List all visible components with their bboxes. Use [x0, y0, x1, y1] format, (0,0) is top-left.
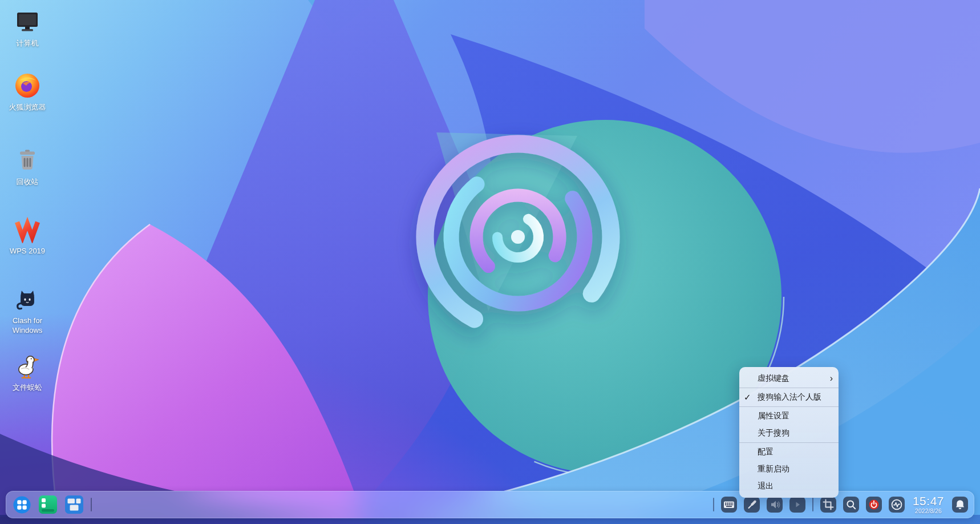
- computer-icon: [14, 7, 41, 37]
- grand-search-button[interactable]: [843, 497, 859, 513]
- clash-cat-icon: [15, 284, 40, 314]
- green-app-icon: [38, 495, 58, 514]
- volume-button[interactable]: [767, 497, 783, 513]
- shutdown-button[interactable]: [866, 497, 882, 513]
- submenu-arrow-icon: ›: [830, 374, 833, 383]
- window-layout-icon: [64, 495, 84, 514]
- menu-separator: [739, 406, 839, 407]
- menu-item-exit[interactable]: 退出: [739, 478, 839, 495]
- tray-expand-button[interactable]: [789, 497, 805, 513]
- search-icon: [843, 497, 859, 513]
- menu-item-label: 属性设置: [758, 411, 833, 421]
- sogou-brush-button[interactable]: [744, 497, 760, 513]
- menu-item-virtual-keyboard[interactable]: 虚拟键盘 ›: [739, 370, 839, 387]
- chevron-right-icon: [789, 497, 805, 513]
- menu-item-properties[interactable]: 属性设置: [739, 408, 839, 425]
- system-monitor-button[interactable]: [889, 497, 905, 513]
- taskbar-app-green-button[interactable]: [38, 495, 58, 514]
- menu-item-label: 关于搜狗: [758, 428, 833, 438]
- menu-item-label: 搜狗输入法个人版: [758, 392, 833, 402]
- pulse-circle-icon: [889, 497, 905, 513]
- desktop-icon-clash[interactable]: Clash for Windows: [1, 284, 54, 335]
- duck-icon: [13, 351, 42, 381]
- desktop-icon-label: 文件蜈蚣: [13, 382, 42, 392]
- keyboard-icon: [721, 497, 737, 513]
- brush-icon: [744, 497, 760, 513]
- desktop-icon-label: 计算机: [17, 38, 39, 48]
- desktop-icon-label: Clash for Windows: [2, 316, 53, 335]
- menu-item-label: 配置: [758, 447, 833, 457]
- tray-context-menu: 虚拟键盘 › ✓ 搜狗输入法个人版 属性设置 关于搜狗 配置 重新启动 退出: [739, 367, 839, 498]
- speaker-icon: [767, 497, 783, 513]
- desktop-icon-computer[interactable]: 计算机: [1, 7, 54, 48]
- desktop-icon-label: WPS 2019: [10, 246, 45, 256]
- taskbar-separator: [91, 498, 92, 511]
- desktop-icon-label: 火狐浏览器: [9, 102, 46, 112]
- taskbar-clock[interactable]: 15:47 2022/8/26: [913, 495, 944, 514]
- menu-item-label: 重新启动: [758, 464, 833, 474]
- menu-item-restart[interactable]: 重新启动: [739, 461, 839, 478]
- checkmark-icon: ✓: [744, 392, 758, 402]
- launcher-grid-icon: [13, 496, 31, 514]
- taskbar-separator: [713, 498, 714, 511]
- taskbar-app-window-layout-button[interactable]: [64, 495, 84, 514]
- launcher-button[interactable]: [12, 495, 31, 514]
- menu-separator: [739, 442, 839, 443]
- power-icon: [866, 497, 882, 513]
- menu-item-label: 退出: [758, 481, 833, 491]
- desktop-icon-file-centipede[interactable]: 文件蜈蚣: [1, 351, 54, 392]
- desktop-icon-recycle-bin[interactable]: 回收站: [1, 146, 54, 187]
- taskbar-separator: [812, 498, 813, 511]
- recycle-bin-icon: [14, 146, 41, 175]
- clock-date: 2022/8/26: [915, 507, 942, 514]
- notification-bell-button[interactable]: [952, 497, 968, 513]
- crop-icon: [820, 497, 836, 513]
- menu-item-about-sogou[interactable]: 关于搜狗: [739, 425, 839, 442]
- menu-separator: [739, 388, 839, 388]
- menu-item-sogou-personal[interactable]: ✓ 搜狗输入法个人版: [739, 389, 839, 406]
- wps-icon: [14, 215, 41, 244]
- screenshot-crop-button[interactable]: [820, 497, 836, 513]
- clock-time: 15:47: [913, 495, 944, 507]
- desktop-icon-label: 回收站: [17, 177, 39, 187]
- input-method-keyboard-button[interactable]: [721, 497, 737, 513]
- bell-icon: [952, 497, 968, 513]
- menu-item-configure[interactable]: 配置: [739, 444, 839, 461]
- menu-item-label: 虚拟键盘: [758, 373, 830, 384]
- firefox-icon: [14, 71, 41, 100]
- desktop-icon-firefox[interactable]: 火狐浏览器: [1, 71, 54, 112]
- desktop-icon-wps[interactable]: WPS 2019: [1, 215, 54, 256]
